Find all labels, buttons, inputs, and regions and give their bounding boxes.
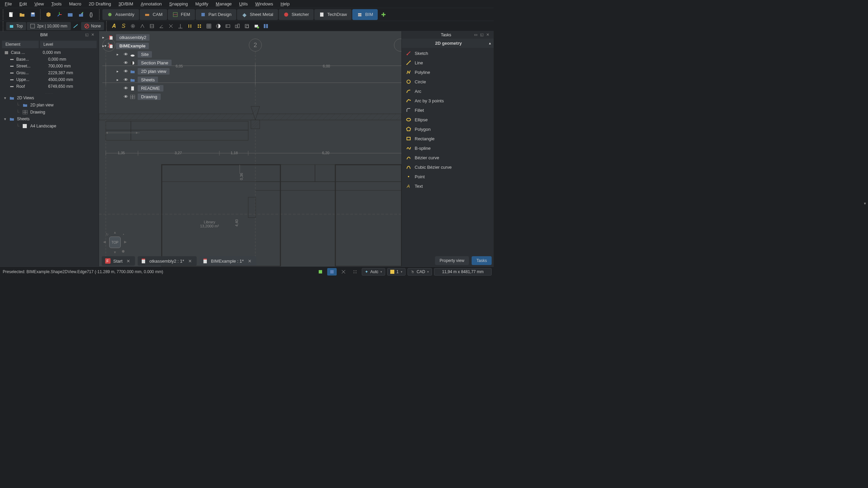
visibility-icon[interactable]: 👁	[123, 69, 129, 74]
wb-assembly[interactable]: Assembly	[102, 9, 139, 20]
tool-circle[interactable]: Circle	[402, 77, 494, 86]
coords-display[interactable]: 11,94 m x 8481,77 mm	[434, 268, 492, 276]
model-tree-item[interactable]: 👁README	[102, 84, 172, 93]
wb-sheet-metal[interactable]: Sheet Metal	[237, 9, 278, 20]
doc-tab[interactable]: otkassembly2 : 1*✕	[138, 256, 197, 266]
tool-cubic-bézier-curve[interactable]: Cubic Bézier curve	[402, 162, 494, 172]
level-row[interactable]: Roof6749,650 mm	[2, 83, 97, 90]
visibility-icon[interactable]: 👁	[123, 94, 129, 99]
status-snap-icon[interactable]	[339, 268, 348, 276]
menu-edit[interactable]: Edit	[16, 1, 30, 7]
tree-item[interactable]: └Drawing	[3, 108, 96, 116]
chevron-icon[interactable]: ▸	[117, 69, 121, 74]
tool-line[interactable]: Line	[402, 58, 494, 67]
tool-text[interactable]: AText	[402, 181, 494, 191]
3d-viewport[interactable]: ▸otkassembly2▸▾BIMExample▸👁Site👁Section …	[99, 31, 401, 266]
chevron-down-icon[interactable]: ▼	[3, 96, 7, 100]
tool-b-spline[interactable]: B-spline	[402, 143, 494, 153]
model-tree-item[interactable]: ▸👁Site	[102, 50, 172, 59]
menu-2d-drafting[interactable]: 2D Drafting	[85, 1, 115, 7]
save-icon[interactable]	[28, 9, 38, 20]
snap-wp-icon[interactable]	[214, 22, 223, 30]
toggle-panels-icon[interactable]	[261, 22, 270, 30]
chevron-icon[interactable]: ▸	[117, 52, 121, 57]
tool-point[interactable]: Point	[402, 172, 494, 181]
tool-rectangle[interactable]: Rectangle	[402, 134, 494, 143]
style-selector[interactable]: None	[81, 22, 104, 30]
snap-near-icon[interactable]	[252, 22, 261, 30]
model-tree-item[interactable]: 👁Drawing	[102, 93, 172, 101]
model-tree-item[interactable]: ▸👁Sheets	[102, 76, 172, 84]
nav-cube-face[interactable]: TOP	[109, 237, 121, 248]
tool-fillet[interactable]: Fillet	[402, 105, 494, 115]
visibility-icon[interactable]: 👁	[123, 86, 129, 91]
level-row[interactable]: Uppe...4500,000 mm	[2, 76, 97, 83]
wb-fem[interactable]: FEM	[168, 9, 195, 20]
tree-folder[interactable]: ▼Sheets	[3, 116, 96, 122]
menu-utils[interactable]: Utils	[236, 1, 251, 7]
menu-manage[interactable]: Manage	[212, 1, 235, 7]
tool-arc[interactable]: Arc	[402, 86, 494, 96]
menu-3d-bim[interactable]: 3D/BIM	[115, 1, 137, 7]
snap-angle-icon[interactable]	[157, 22, 166, 30]
tool-polyline[interactable]: Polyline	[402, 67, 494, 77]
box-icon[interactable]	[43, 9, 54, 20]
tasks-min-icon[interactable]: ▭	[474, 33, 479, 37]
model-tree-item[interactable]: ▸👁2D plan view	[102, 67, 172, 76]
wb-part-design[interactable]: Part Design	[196, 9, 236, 20]
open-file-icon[interactable]	[17, 9, 27, 20]
tree-item[interactable]: └2D plan view	[3, 101, 96, 108]
level-row[interactable]: Street...700,000 mm	[2, 63, 97, 69]
close-icon[interactable]: ✕	[187, 259, 193, 264]
wb-bim[interactable]: BIM	[352, 9, 378, 20]
snap-endpoint-icon[interactable]	[129, 22, 137, 30]
tasks-float-icon[interactable]: ◱	[480, 33, 485, 37]
wb-cam[interactable]: CAM	[140, 9, 167, 20]
tool-ellipse[interactable]: Ellipse	[402, 115, 494, 124]
close-icon[interactable]: ✕	[246, 259, 253, 264]
snap-ortho-icon[interactable]	[233, 22, 242, 30]
tool-polygon[interactable]: Polygon	[402, 124, 494, 134]
section-2d-geometry[interactable]: 2D geometry ▲	[402, 39, 494, 48]
linewidth-selector[interactable]: 2px | 10,000 mm	[27, 22, 71, 30]
nav-cube[interactable]: ▲ ▼ ◀ ▶ ↻ • ⬢ TOP	[103, 230, 127, 254]
text-italic-icon[interactable]: S	[119, 22, 128, 30]
level-row[interactable]: Casa ...0,000 mm	[2, 49, 97, 56]
new-file-icon[interactable]	[6, 9, 16, 20]
visibility-icon[interactable]: 👁	[123, 52, 129, 57]
doc-tab[interactable]: BIMExample : 1*✕	[199, 256, 256, 266]
snap-perpendicular-icon[interactable]	[176, 22, 185, 30]
model-tree-item[interactable]: ▸otkassembly2	[102, 33, 172, 42]
menu-windows[interactable]: Windows	[252, 1, 277, 7]
property-view-button[interactable]: Property view	[435, 256, 469, 265]
tree-item[interactable]: └A4 Landscape	[3, 122, 96, 129]
status-notifications-icon[interactable]	[327, 268, 337, 276]
tool-bézier-curve[interactable]: Bézier curve	[402, 153, 494, 162]
status-grid-icon[interactable]	[350, 268, 360, 276]
menu-modify[interactable]: Modify	[192, 1, 212, 7]
chevron-icon[interactable]: ▸▾	[102, 44, 107, 48]
chevron-down-icon[interactable]: ▼	[3, 117, 7, 121]
doc-tab[interactable]: FStart✕	[102, 256, 135, 266]
snap-intersection-icon[interactable]	[166, 22, 175, 30]
model-tree-item[interactable]: 👁Section Plane	[102, 59, 172, 67]
snap-parallel-icon[interactable]	[195, 22, 204, 30]
panel-float-icon[interactable]: ◱	[85, 33, 90, 37]
construction-mode-icon[interactable]	[72, 22, 80, 30]
tool-sketch[interactable]: Sketch	[402, 48, 494, 58]
snap-extension-icon[interactable]	[185, 22, 194, 30]
add-workbench-icon[interactable]	[378, 9, 389, 20]
wp-selector[interactable]: Top	[6, 22, 26, 30]
snap-grid-icon[interactable]	[204, 22, 213, 30]
panel-close-icon[interactable]: ✕	[91, 33, 96, 37]
visibility-icon[interactable]: 👁	[123, 77, 129, 82]
status-recompute-icon[interactable]	[316, 268, 325, 276]
menu-snapping[interactable]: Snapping	[166, 1, 191, 7]
snap-center-icon[interactable]	[147, 22, 156, 30]
menu-view[interactable]: View	[31, 1, 47, 7]
snap-dimensions-icon[interactable]	[223, 22, 232, 30]
text-bold-icon[interactable]: A	[110, 22, 118, 30]
levels-header-element[interactable]: Element	[2, 41, 39, 48]
chevron-icon[interactable]: ▸	[102, 35, 107, 40]
tool-arc-by-3-points[interactable]: Arc by 3 points	[402, 96, 494, 105]
